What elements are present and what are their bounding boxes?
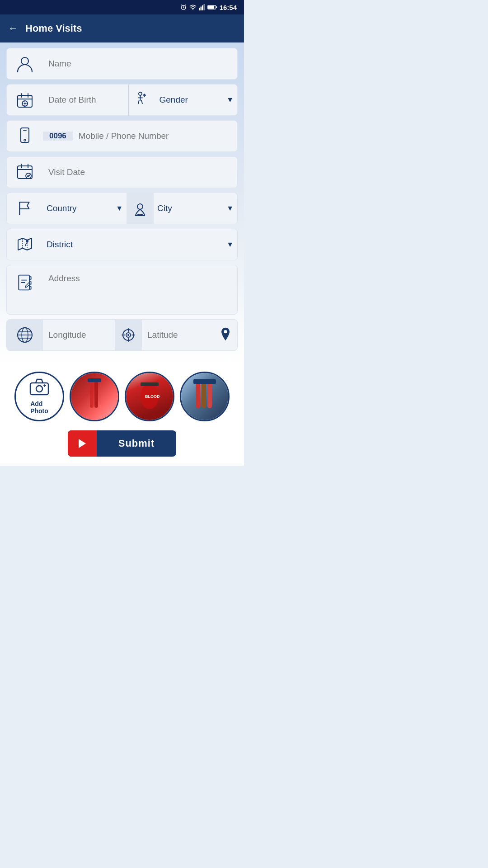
map-pin-icon-cell — [214, 327, 237, 343]
visit-date-field[interactable] — [43, 163, 237, 182]
back-button[interactable]: ← — [8, 23, 18, 34]
gender-icon-cell — [129, 91, 156, 109]
address-icon-cell — [7, 265, 43, 296]
photo-thumb-1[interactable] — [70, 372, 119, 421]
photo-thumb-2[interactable]: BLOOD — [125, 372, 174, 421]
battery-icon — [207, 4, 217, 10]
name-row — [6, 48, 238, 80]
city-dropdown[interactable]: City ▼ — [154, 199, 237, 218]
svg-rect-37 — [202, 382, 206, 408]
add-photo-button[interactable]: AddPhoto — [14, 372, 64, 421]
svg-rect-31 — [94, 381, 98, 408]
add-label: AddPhoto — [30, 400, 48, 415]
latitude-field[interactable] — [142, 326, 214, 344]
gps-icon-cell[interactable] — [115, 320, 142, 350]
latitude-input[interactable] — [147, 330, 208, 340]
visit-date-input[interactable] — [48, 167, 232, 177]
phone-input[interactable] — [79, 131, 232, 141]
calendar-dob-icon-cell — [7, 86, 43, 113]
svg-point-19 — [137, 204, 143, 209]
svg-point-9 — [21, 57, 28, 65]
calendar-dob-icon — [16, 91, 34, 109]
address-input[interactable] — [48, 274, 232, 283]
globe-icon — [16, 326, 34, 344]
longlat-row — [6, 319, 238, 351]
visit-date-row — [6, 156, 238, 188]
person-icon — [16, 55, 34, 73]
blood-tube-image-1 — [71, 373, 118, 420]
tube-svg-3 — [189, 378, 221, 415]
tube-svg-2: BLOOD — [134, 381, 165, 412]
svg-point-16 — [24, 139, 26, 141]
longitude-input[interactable] — [48, 330, 109, 340]
svg-point-27 — [224, 330, 227, 333]
svg-rect-7 — [208, 6, 214, 9]
top-bar: ← Home Visits — [0, 14, 244, 42]
phone-code: 0096 — [43, 132, 73, 141]
gender-arrow-icon: ▼ — [226, 96, 234, 104]
signal-icon — [199, 4, 205, 11]
phone-field[interactable] — [73, 127, 237, 146]
district-label: District — [47, 240, 73, 250]
svg-point-1 — [192, 9, 193, 10]
address-row — [6, 265, 238, 315]
gender-label: Gender — [160, 95, 188, 105]
svg-text:BLOOD: BLOOD — [145, 394, 160, 399]
calendar-visit-icon — [16, 163, 34, 181]
city-label: City — [157, 203, 172, 213]
phone-icon-cell — [7, 123, 43, 150]
play-icon — [76, 437, 89, 450]
svg-rect-35 — [141, 382, 159, 386]
camera-plus-icon — [29, 378, 49, 399]
dob-input[interactable] — [48, 95, 123, 105]
svg-point-12 — [24, 103, 26, 104]
address-book-icon — [16, 274, 34, 292]
blood-tube-image-2: BLOOD — [126, 373, 173, 420]
name-input[interactable] — [48, 59, 232, 69]
svg-point-26 — [127, 334, 129, 336]
camera-icon — [29, 378, 49, 396]
svg-rect-2 — [199, 8, 200, 10]
flag-icon — [16, 199, 34, 217]
district-dropdown[interactable]: District ▼ — [43, 235, 237, 254]
submit-label: Submit — [97, 438, 176, 449]
svg-rect-28 — [30, 383, 48, 395]
district-row: District ▼ — [6, 229, 238, 260]
alarm-icon — [180, 4, 187, 11]
svg-rect-30 — [90, 381, 94, 408]
longitude-field[interactable] — [43, 326, 115, 344]
svg-rect-17 — [18, 166, 32, 179]
name-field[interactable] — [43, 54, 237, 73]
submit-row: Submit — [6, 430, 238, 457]
city-arrow-icon: ▼ — [226, 204, 234, 212]
svg-rect-39 — [193, 379, 216, 384]
map-icon-cell — [7, 231, 43, 258]
blood-tube-image-3 — [181, 373, 228, 420]
svg-rect-5 — [203, 4, 205, 10]
flag-icon-cell — [7, 195, 43, 222]
wifi-icon — [189, 4, 197, 11]
person-icon-cell — [7, 50, 43, 77]
country-dropdown[interactable]: Country ▼ — [43, 199, 127, 218]
map-pin-icon — [219, 327, 232, 341]
status-bar: 16:54 — [0, 0, 244, 14]
submit-button[interactable]: Submit — [68, 430, 176, 457]
country-city-row: Country ▼ City ▼ — [6, 193, 238, 224]
photo-row: AddPhoto BLOOD — [6, 372, 238, 421]
dob-field[interactable] — [43, 90, 128, 109]
svg-rect-8 — [216, 6, 217, 8]
svg-point-13 — [138, 92, 141, 95]
phone-row: 0096 — [6, 120, 238, 152]
svg-rect-3 — [200, 7, 202, 10]
photo-thumb-3[interactable] — [180, 372, 230, 421]
gps-target-icon — [120, 327, 136, 343]
map-icon — [16, 236, 34, 254]
svg-rect-38 — [207, 382, 212, 408]
address-field[interactable] — [43, 265, 237, 288]
location-pin-icon-cell — [127, 193, 154, 224]
district-arrow-icon: ▼ — [226, 241, 234, 249]
gender-dropdown[interactable]: Gender ▼ — [156, 90, 238, 109]
country-label: Country — [47, 203, 77, 213]
dob-gender-row: Gender ▼ — [6, 84, 238, 116]
svg-point-29 — [36, 386, 42, 392]
